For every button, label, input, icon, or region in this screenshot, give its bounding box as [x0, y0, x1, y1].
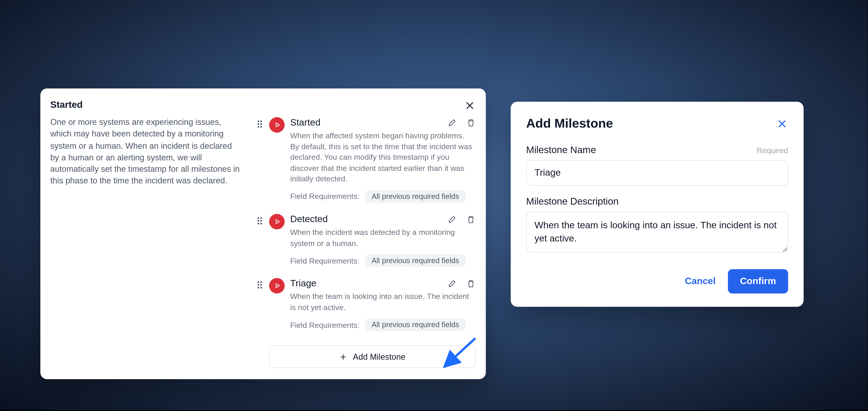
cancel-button[interactable]: Cancel [681, 270, 719, 292]
milestone-name-input[interactable] [526, 160, 788, 186]
panel-description: One or more systems are experiencing iss… [50, 116, 243, 368]
edit-icon[interactable] [447, 214, 457, 224]
drag-handle-icon[interactable] [256, 214, 264, 224]
milestone-item: Triage When the team is looking into an [256, 278, 476, 331]
milestone-description: When the team is looking into an issue. … [290, 291, 476, 313]
play-badge-icon [269, 214, 284, 229]
started-phase-panel: Started One or more systems are experien… [40, 88, 486, 379]
drag-handle-icon[interactable] [256, 278, 264, 289]
add-milestone-label: Add Milestone [353, 352, 405, 361]
close-icon[interactable] [464, 100, 476, 112]
field-requirements-chip: All previous required fields [365, 190, 466, 203]
add-milestone-dialog: Add Milestone Milestone Name Required Mi… [511, 102, 804, 307]
delete-icon[interactable] [466, 279, 476, 289]
panel-title: Started [50, 100, 83, 111]
delete-icon[interactable] [466, 214, 476, 224]
field-requirements-chip: All previous required fields [365, 318, 466, 331]
add-milestone-button[interactable]: Add Milestone [269, 346, 476, 368]
edit-icon[interactable] [447, 279, 457, 289]
milestone-item: Started When the affected system began [256, 117, 476, 203]
milestone-name: Triage [290, 278, 442, 289]
milestone-description: When the incident was detected by a moni… [290, 227, 476, 249]
milestone-list: Started When the affected system began [256, 117, 476, 368]
play-badge-icon [269, 278, 284, 294]
milestone-name: Detected [290, 214, 442, 225]
milestone-description: When the affected system began having pr… [290, 131, 476, 185]
milestone-name-label: Milestone Name [526, 144, 596, 156]
plus-icon [340, 353, 347, 361]
close-icon[interactable] [776, 118, 788, 130]
field-requirements-label: Field Requirements: [290, 256, 360, 265]
milestone-name: Started [290, 117, 442, 128]
milestone-description-input[interactable] [526, 212, 788, 253]
confirm-button[interactable]: Confirm [728, 269, 788, 293]
required-indicator: Required [757, 146, 788, 155]
field-requirements-chip: All previous required fields [365, 254, 466, 267]
dialog-title: Add Milestone [526, 116, 613, 131]
play-badge-icon [269, 117, 284, 133]
field-requirements-label: Field Requirements: [290, 192, 360, 201]
drag-handle-icon[interactable] [256, 117, 264, 128]
field-requirements-label: Field Requirements: [290, 321, 360, 329]
milestone-description-label: Milestone Description [526, 196, 619, 207]
edit-icon[interactable] [447, 118, 457, 128]
delete-icon[interactable] [466, 118, 476, 128]
milestone-item: Detected When the incident was detected [256, 214, 476, 267]
